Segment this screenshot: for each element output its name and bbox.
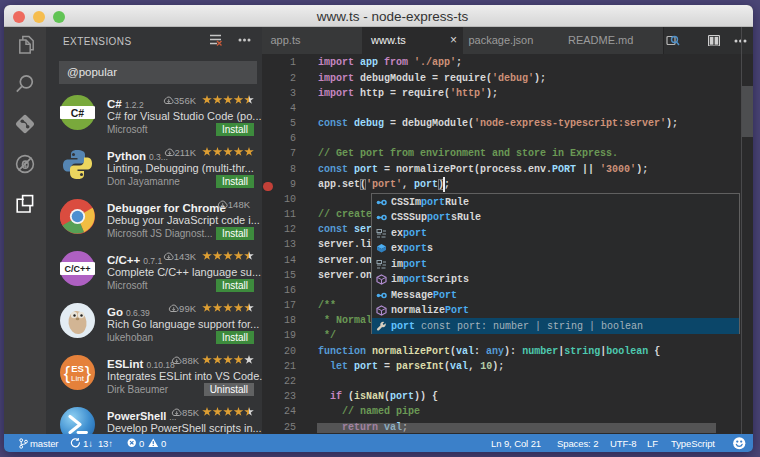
svg-text:C#: C#	[71, 107, 85, 119]
svg-text:}: }	[85, 362, 91, 383]
svg-text:ES: ES	[71, 363, 84, 374]
svg-text:Lint: Lint	[71, 374, 85, 383]
svg-text:C/C++: C/C++	[64, 264, 90, 274]
svg-text:{: {	[64, 362, 71, 383]
